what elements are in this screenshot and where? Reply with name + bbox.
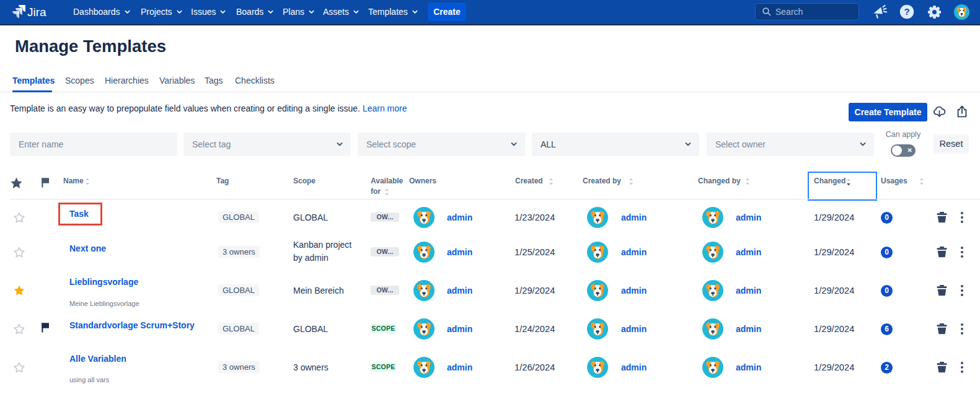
svg-text:?: ? bbox=[904, 6, 909, 17]
